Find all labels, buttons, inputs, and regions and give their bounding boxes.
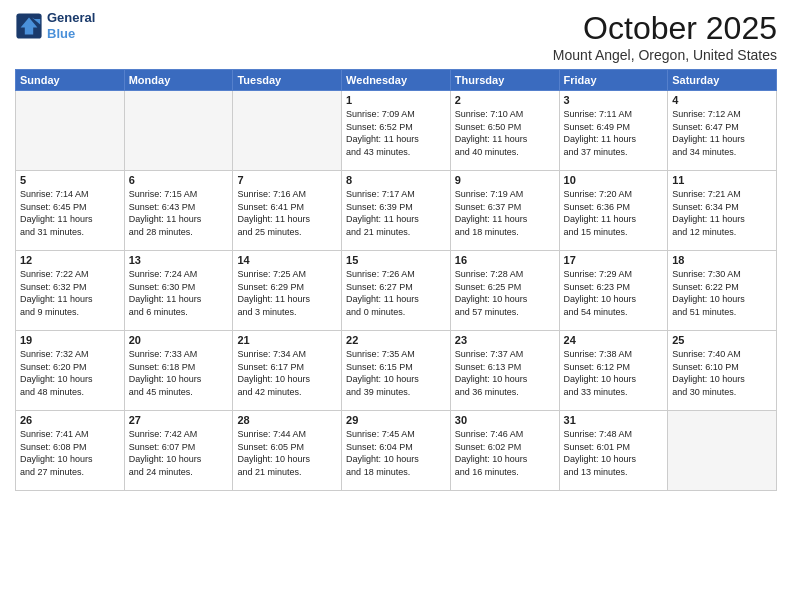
day-number: 7 [237,174,337,186]
day-info: Sunrise: 7:14 AM Sunset: 6:45 PM Dayligh… [20,188,120,238]
day-number: 10 [564,174,664,186]
day-info: Sunrise: 7:17 AM Sunset: 6:39 PM Dayligh… [346,188,446,238]
calendar-cell-w2d1: 13Sunrise: 7:24 AM Sunset: 6:30 PM Dayli… [124,251,233,331]
day-info: Sunrise: 7:15 AM Sunset: 6:43 PM Dayligh… [129,188,229,238]
calendar-cell-w2d3: 15Sunrise: 7:26 AM Sunset: 6:27 PM Dayli… [342,251,451,331]
calendar-cell-w1d3: 8Sunrise: 7:17 AM Sunset: 6:39 PM Daylig… [342,171,451,251]
day-info: Sunrise: 7:11 AM Sunset: 6:49 PM Dayligh… [564,108,664,158]
calendar-week-3: 19Sunrise: 7:32 AM Sunset: 6:20 PM Dayli… [16,331,777,411]
calendar-cell-w0d1 [124,91,233,171]
calendar-cell-w0d6: 4Sunrise: 7:12 AM Sunset: 6:47 PM Daylig… [668,91,777,171]
day-number: 31 [564,414,664,426]
day-number: 27 [129,414,229,426]
calendar-week-1: 5Sunrise: 7:14 AM Sunset: 6:45 PM Daylig… [16,171,777,251]
day-info: Sunrise: 7:44 AM Sunset: 6:05 PM Dayligh… [237,428,337,478]
calendar-cell-w3d5: 24Sunrise: 7:38 AM Sunset: 6:12 PM Dayli… [559,331,668,411]
calendar-week-0: 1Sunrise: 7:09 AM Sunset: 6:52 PM Daylig… [16,91,777,171]
day-info: Sunrise: 7:35 AM Sunset: 6:15 PM Dayligh… [346,348,446,398]
calendar-cell-w0d3: 1Sunrise: 7:09 AM Sunset: 6:52 PM Daylig… [342,91,451,171]
calendar-cell-w2d0: 12Sunrise: 7:22 AM Sunset: 6:32 PM Dayli… [16,251,125,331]
day-number: 9 [455,174,555,186]
day-info: Sunrise: 7:42 AM Sunset: 6:07 PM Dayligh… [129,428,229,478]
calendar-header-wednesday: Wednesday [342,70,451,91]
calendar-cell-w1d6: 11Sunrise: 7:21 AM Sunset: 6:34 PM Dayli… [668,171,777,251]
calendar-cell-w3d2: 21Sunrise: 7:34 AM Sunset: 6:17 PM Dayli… [233,331,342,411]
location: Mount Angel, Oregon, United States [553,47,777,63]
day-info: Sunrise: 7:19 AM Sunset: 6:37 PM Dayligh… [455,188,555,238]
day-info: Sunrise: 7:33 AM Sunset: 6:18 PM Dayligh… [129,348,229,398]
calendar-cell-w0d2 [233,91,342,171]
calendar-header-row: SundayMondayTuesdayWednesdayThursdayFrid… [16,70,777,91]
title-block: October 2025 Mount Angel, Oregon, United… [553,10,777,63]
day-info: Sunrise: 7:41 AM Sunset: 6:08 PM Dayligh… [20,428,120,478]
calendar-cell-w0d0 [16,91,125,171]
day-number: 30 [455,414,555,426]
calendar-cell-w3d1: 20Sunrise: 7:33 AM Sunset: 6:18 PM Dayli… [124,331,233,411]
day-number: 24 [564,334,664,346]
logo-text: General Blue [47,10,95,41]
calendar-cell-w3d0: 19Sunrise: 7:32 AM Sunset: 6:20 PM Dayli… [16,331,125,411]
calendar-header-tuesday: Tuesday [233,70,342,91]
day-info: Sunrise: 7:12 AM Sunset: 6:47 PM Dayligh… [672,108,772,158]
calendar-cell-w2d5: 17Sunrise: 7:29 AM Sunset: 6:23 PM Dayli… [559,251,668,331]
calendar-week-4: 26Sunrise: 7:41 AM Sunset: 6:08 PM Dayli… [16,411,777,491]
calendar-cell-w4d2: 28Sunrise: 7:44 AM Sunset: 6:05 PM Dayli… [233,411,342,491]
day-number: 22 [346,334,446,346]
day-info: Sunrise: 7:09 AM Sunset: 6:52 PM Dayligh… [346,108,446,158]
day-number: 21 [237,334,337,346]
calendar-cell-w2d4: 16Sunrise: 7:28 AM Sunset: 6:25 PM Dayli… [450,251,559,331]
calendar-cell-w1d4: 9Sunrise: 7:19 AM Sunset: 6:37 PM Daylig… [450,171,559,251]
day-number: 13 [129,254,229,266]
calendar-cell-w3d4: 23Sunrise: 7:37 AM Sunset: 6:13 PM Dayli… [450,331,559,411]
day-number: 19 [20,334,120,346]
day-info: Sunrise: 7:38 AM Sunset: 6:12 PM Dayligh… [564,348,664,398]
calendar-header-thursday: Thursday [450,70,559,91]
day-info: Sunrise: 7:32 AM Sunset: 6:20 PM Dayligh… [20,348,120,398]
day-number: 5 [20,174,120,186]
calendar-header-monday: Monday [124,70,233,91]
day-number: 16 [455,254,555,266]
month-title: October 2025 [553,10,777,47]
calendar-header-friday: Friday [559,70,668,91]
day-info: Sunrise: 7:37 AM Sunset: 6:13 PM Dayligh… [455,348,555,398]
day-number: 2 [455,94,555,106]
calendar-cell-w4d4: 30Sunrise: 7:46 AM Sunset: 6:02 PM Dayli… [450,411,559,491]
calendar-week-2: 12Sunrise: 7:22 AM Sunset: 6:32 PM Dayli… [16,251,777,331]
day-number: 20 [129,334,229,346]
calendar-cell-w0d5: 3Sunrise: 7:11 AM Sunset: 6:49 PM Daylig… [559,91,668,171]
day-number: 8 [346,174,446,186]
day-info: Sunrise: 7:22 AM Sunset: 6:32 PM Dayligh… [20,268,120,318]
day-number: 17 [564,254,664,266]
calendar-cell-w2d6: 18Sunrise: 7:30 AM Sunset: 6:22 PM Dayli… [668,251,777,331]
logo-line2: Blue [47,26,75,41]
day-info: Sunrise: 7:30 AM Sunset: 6:22 PM Dayligh… [672,268,772,318]
day-number: 23 [455,334,555,346]
day-info: Sunrise: 7:25 AM Sunset: 6:29 PM Dayligh… [237,268,337,318]
day-number: 15 [346,254,446,266]
header: General Blue October 2025 Mount Angel, O… [15,10,777,63]
day-info: Sunrise: 7:28 AM Sunset: 6:25 PM Dayligh… [455,268,555,318]
calendar-cell-w1d1: 6Sunrise: 7:15 AM Sunset: 6:43 PM Daylig… [124,171,233,251]
logo-line1: General [47,10,95,26]
day-info: Sunrise: 7:20 AM Sunset: 6:36 PM Dayligh… [564,188,664,238]
day-number: 14 [237,254,337,266]
calendar-cell-w1d5: 10Sunrise: 7:20 AM Sunset: 6:36 PM Dayli… [559,171,668,251]
day-info: Sunrise: 7:24 AM Sunset: 6:30 PM Dayligh… [129,268,229,318]
calendar-header-sunday: Sunday [16,70,125,91]
calendar-cell-w4d3: 29Sunrise: 7:45 AM Sunset: 6:04 PM Dayli… [342,411,451,491]
day-info: Sunrise: 7:45 AM Sunset: 6:04 PM Dayligh… [346,428,446,478]
calendar-cell-w1d0: 5Sunrise: 7:14 AM Sunset: 6:45 PM Daylig… [16,171,125,251]
day-number: 12 [20,254,120,266]
calendar-header-saturday: Saturday [668,70,777,91]
day-info: Sunrise: 7:46 AM Sunset: 6:02 PM Dayligh… [455,428,555,478]
day-number: 28 [237,414,337,426]
day-number: 6 [129,174,229,186]
day-info: Sunrise: 7:10 AM Sunset: 6:50 PM Dayligh… [455,108,555,158]
day-info: Sunrise: 7:40 AM Sunset: 6:10 PM Dayligh… [672,348,772,398]
calendar-cell-w3d3: 22Sunrise: 7:35 AM Sunset: 6:15 PM Dayli… [342,331,451,411]
calendar-cell-w4d6 [668,411,777,491]
day-number: 4 [672,94,772,106]
day-number: 29 [346,414,446,426]
calendar-table: SundayMondayTuesdayWednesdayThursdayFrid… [15,69,777,491]
calendar-cell-w4d1: 27Sunrise: 7:42 AM Sunset: 6:07 PM Dayli… [124,411,233,491]
